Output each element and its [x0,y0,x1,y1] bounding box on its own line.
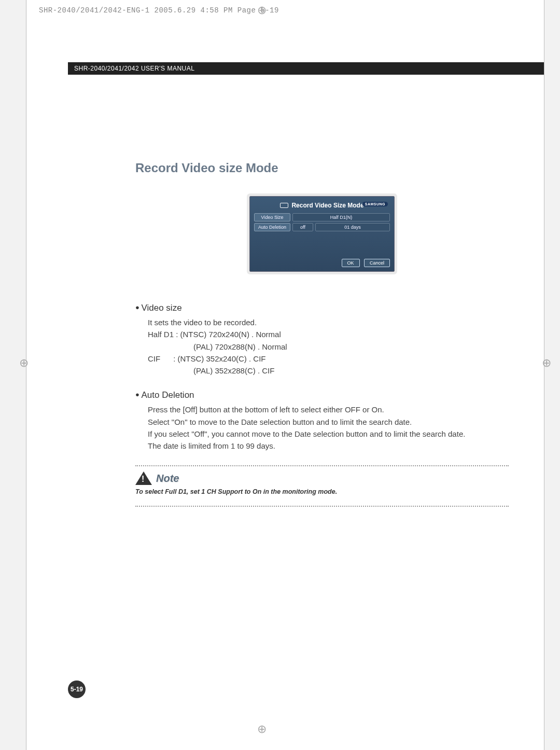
video-size-body: It sets the video to be recorded. Half D… [135,316,509,377]
setting-row-auto-deletion: Auto Deletion off 01 days [254,223,390,231]
text-line: (PAL) 352x288(C) . CIF [148,365,509,377]
device-screenshot: Record Video Size Mode SAMSUNG Video Siz… [249,196,395,272]
video-size-label-button[interactable]: Video Size [254,213,290,221]
ok-button[interactable]: OK [342,259,360,267]
note-text: To select Full D1, set 1 CH Support to O… [135,488,509,495]
screen-title-row: Record Video Size Mode SAMSUNG [254,202,390,209]
brand-badge: SAMSUNG [362,202,388,206]
dotted-separator [135,506,509,507]
auto-deletion-heading: Auto Deletion [135,390,509,400]
screen-button-row: OK Cancel [254,257,390,267]
cancel-button[interactable]: Cancel [364,259,390,267]
note-label: Note [156,473,179,484]
text-line: CIF : (NTSC) 352x240(C) . CIF [148,353,509,365]
text-line: Press the [Off] button at the bottom of … [148,404,509,415]
auto-deletion-section: Auto Deletion Press the [Off] button at … [135,390,509,452]
auto-deletion-body: Press the [Off] button at the bottom of … [135,404,509,452]
text-line: If you select "Off", you cannot move to … [148,428,509,440]
print-slug: SHR-2040/2041/2042-ENG-1 2005.6.29 4:58 … [39,6,279,15]
text-line: It sets the video to be recorded. [148,316,509,328]
video-size-heading: Video size [135,303,509,313]
note-header: Note [135,471,509,485]
screen-title: Record Video Size Mode [291,202,363,209]
text-line: Half D1 : (NTSC) 720x240(N) . Normal [148,328,509,340]
manual-header-bar: SHR-2040/2041/2042 USER'S MANUAL [68,62,544,75]
page-number-badge: 5-19 [68,680,86,698]
auto-deletion-label-button[interactable]: Auto Deletion [254,223,290,231]
dotted-separator [135,465,509,466]
auto-deletion-toggle[interactable]: off [292,223,313,231]
warning-icon [135,471,152,485]
setting-row-video-size: Video Size Half D1(N) [254,213,390,221]
auto-deletion-days[interactable]: 01 days [315,223,390,231]
manual-page: SHR-2040/2041/2042-ENG-1 2005.6.29 4:58 … [26,0,544,750]
video-size-section: Video size It sets the video to be recor… [135,303,509,377]
section-title: Record Video size Mode [135,161,509,175]
page-content: Record Video size Mode Record Video Size… [135,161,509,512]
video-size-value[interactable]: Half D1(N) [292,213,390,221]
camera-icon [280,203,288,208]
text-line: The date is limited from 1 to 99 days. [148,440,509,452]
text-line: (PAL) 720x288(N) . Normal [148,341,509,353]
text-line: Select "On" to move to the Date selectio… [148,416,509,428]
